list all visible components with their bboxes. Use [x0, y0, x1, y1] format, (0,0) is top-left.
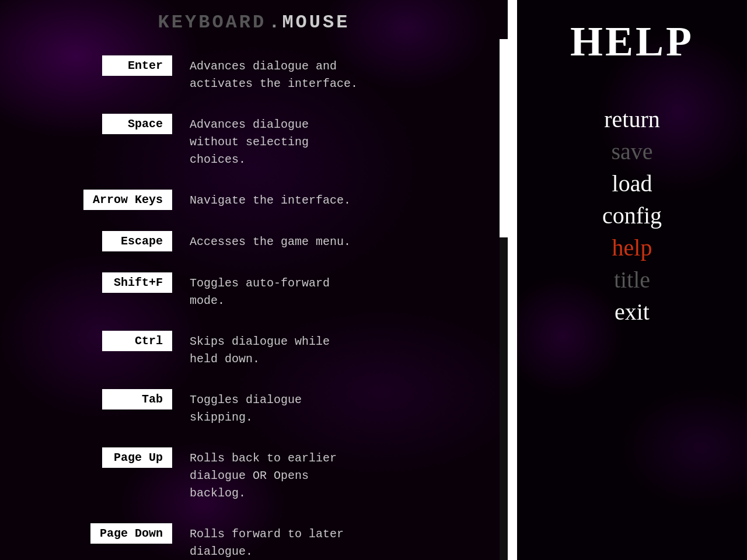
key-row: Shift+FToggles auto-forwardmode.: [0, 262, 490, 320]
left-panel: KEYBOARD . MOUSE EnterAdvances dialogue …: [0, 0, 508, 560]
key-label-wrap: Shift+F: [18, 272, 172, 293]
key-description: Rolls forward to laterdialogue.: [190, 523, 455, 560]
menu-item-title[interactable]: title: [602, 266, 662, 293]
key-label: Space: [102, 114, 172, 134]
key-label: Enter: [102, 55, 172, 76]
key-label-wrap: Tab: [18, 389, 172, 410]
menu-container: returnsaveloadconfighelptitleexit: [602, 101, 662, 330]
key-row: CtrlSkips dialogue whileheld down.: [0, 320, 490, 379]
key-label-wrap: Arrow Keys: [18, 190, 172, 210]
panel-divider: [508, 0, 517, 560]
key-label: Escape: [102, 231, 172, 251]
tab-mouse[interactable]: MOUSE: [282, 12, 350, 33]
key-description: Toggles dialogueskipping.: [190, 389, 455, 426]
key-label-wrap: Escape: [18, 231, 172, 251]
key-label: Tab: [102, 389, 172, 410]
tab-bar: KEYBOARD . MOUSE: [0, 0, 508, 39]
key-description: Toggles auto-forwardmode.: [190, 272, 455, 310]
key-description: Accesses the game menu.: [190, 231, 455, 251]
key-row: SpaceAdvances dialoguewithout selectingc…: [0, 103, 490, 179]
key-label-wrap: Enter: [18, 55, 172, 76]
menu-item-return[interactable]: return: [602, 106, 662, 133]
menu-item-config[interactable]: config: [602, 202, 662, 229]
menu-item-help[interactable]: help: [602, 234, 662, 261]
scroll-thumb[interactable]: [500, 39, 508, 237]
key-row: EscapeAccesses the game menu.: [0, 220, 490, 262]
key-description: Navigate the interface.: [190, 190, 455, 209]
key-description: Rolls back to earlierdialogue OR Opensba…: [190, 447, 455, 502]
key-description: Advances dialogue andactivates the inter…: [190, 55, 455, 93]
key-label-wrap: Space: [18, 114, 172, 134]
key-label: Page Up: [102, 447, 172, 468]
key-label-wrap: Page Up: [18, 447, 172, 468]
key-label: Ctrl: [102, 331, 172, 351]
key-row: Arrow KeysNavigate the interface.: [0, 179, 490, 220]
key-row: Page DownRolls forward to laterdialogue.: [0, 513, 490, 560]
key-row: TabToggles dialogueskipping.: [0, 379, 490, 437]
key-label-wrap: Page Down: [18, 523, 172, 544]
key-label: Arrow Keys: [83, 190, 172, 210]
keys-scroll-area[interactable]: EnterAdvances dialogue andactivates the …: [0, 39, 508, 560]
tab-keyboard[interactable]: KEYBOARD: [158, 12, 267, 33]
menu-item-save[interactable]: save: [602, 138, 662, 165]
key-description: Skips dialogue whileheld down.: [190, 331, 455, 368]
key-row: EnterAdvances dialogue andactivates the …: [0, 45, 490, 103]
menu-item-load[interactable]: load: [602, 170, 662, 197]
tab-separator: .: [268, 12, 280, 33]
key-label: Page Down: [90, 523, 172, 544]
right-panel: HELP returnsaveloadconfighelptitleexit: [517, 0, 747, 560]
menu-item-exit[interactable]: exit: [602, 298, 662, 326]
key-row: Page UpRolls back to earlierdialogue OR …: [0, 437, 490, 513]
key-label: Shift+F: [102, 272, 172, 293]
scroll-track[interactable]: [500, 39, 508, 560]
help-title: HELP: [570, 18, 694, 66]
key-label-wrap: Ctrl: [18, 331, 172, 351]
key-description: Advances dialoguewithout selectingchoice…: [190, 114, 455, 169]
